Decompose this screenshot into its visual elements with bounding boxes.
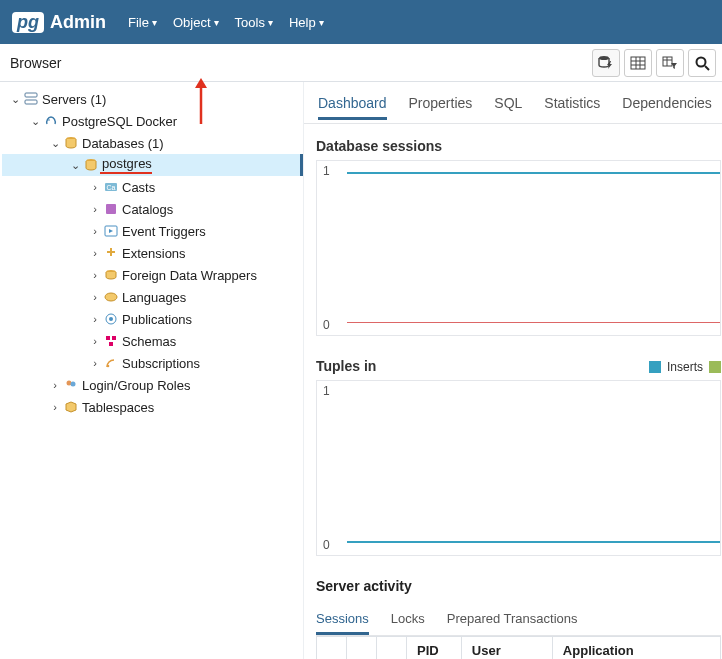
tree-label: Servers (1): [40, 92, 106, 107]
pgadmin-logo: pgAdmin: [12, 12, 106, 33]
menu-object[interactable]: Object▾: [167, 11, 225, 34]
tree-label: Foreign Data Wrappers: [120, 268, 257, 283]
chevron-down-icon: ▾: [268, 17, 273, 28]
chart-title-sessions: Database sessions: [316, 138, 722, 154]
tree-label: Login/Group Roles: [80, 378, 190, 393]
menu-label: Object: [173, 15, 211, 30]
svg-line-10: [705, 66, 709, 70]
collapse-icon: ›: [88, 357, 102, 369]
svg-text:Ca: Ca: [107, 184, 116, 191]
browser-title: Browser: [0, 55, 71, 71]
search-icon: [694, 55, 710, 71]
database-icon: [82, 158, 100, 172]
logo-prefix: pg: [12, 12, 44, 33]
tree-server-node[interactable]: ⌄ PostgreSQL Docker: [2, 110, 303, 132]
col-cancel: [347, 637, 377, 660]
tree-subscriptions[interactable]: ›Subscriptions: [2, 352, 303, 374]
legend-swatch: [709, 361, 721, 373]
svg-point-31: [71, 382, 76, 387]
schemas-icon: [102, 334, 120, 348]
svg-point-23: [105, 293, 117, 301]
filter-rows-button[interactable]: [656, 49, 684, 77]
tree-languages[interactable]: ›Languages: [2, 286, 303, 308]
tree-publications[interactable]: ›Publications: [2, 308, 303, 330]
svg-rect-14: [25, 100, 37, 104]
tree-databases[interactable]: ⌄ Databases (1): [2, 132, 303, 154]
tree-label: Catalogs: [120, 202, 173, 217]
database-icon: [62, 136, 80, 150]
svg-rect-13: [25, 93, 37, 97]
tab-sql[interactable]: SQL: [494, 86, 522, 120]
collapse-icon: ›: [88, 203, 102, 215]
col-application[interactable]: Application: [552, 637, 720, 660]
subscriptions-icon: [102, 356, 120, 370]
tree-extensions[interactable]: ›Extensions: [2, 242, 303, 264]
tab-properties[interactable]: Properties: [409, 86, 473, 120]
svg-rect-1: [631, 57, 645, 69]
server-activity-tabs: Sessions Locks Prepared Transactions: [316, 602, 721, 636]
browser-toolbar: Browser: [0, 44, 722, 82]
tree-event-triggers[interactable]: ›Event Triggers: [2, 220, 303, 242]
tab-sessions[interactable]: Sessions: [316, 602, 369, 635]
svg-point-25: [109, 317, 113, 321]
collapse-icon: ›: [88, 225, 102, 237]
content-area: Dashboard Properties SQL Statistics Depe…: [304, 82, 722, 659]
collapse-icon: ›: [88, 335, 102, 347]
servers-icon: [22, 92, 40, 106]
expand-icon: ⌄: [28, 115, 42, 128]
svg-rect-27: [112, 336, 116, 340]
fdw-icon: [102, 268, 120, 282]
tree-servers[interactable]: ⌄ Servers (1): [2, 88, 303, 110]
tab-dependencies[interactable]: Dependencies: [622, 86, 712, 120]
chart-tuples: 1 0: [316, 380, 721, 556]
collapse-icon: ›: [88, 269, 102, 281]
view-data-button[interactable]: [624, 49, 652, 77]
tab-statistics[interactable]: Statistics: [544, 86, 600, 120]
expand-icon: ⌄: [8, 93, 22, 106]
menu-file[interactable]: File▾: [122, 11, 163, 34]
chevron-down-icon: ▾: [319, 17, 324, 28]
menu-help[interactable]: Help▾: [283, 11, 330, 34]
col-user[interactable]: User: [461, 637, 552, 660]
elephant-icon: [42, 114, 60, 128]
collapse-icon: ›: [88, 291, 102, 303]
roles-icon: [62, 378, 80, 392]
main-menu: File▾ Object▾ Tools▾ Help▾: [122, 11, 330, 34]
tree-label: Event Triggers: [120, 224, 206, 239]
tab-prepared-transactions[interactable]: Prepared Transactions: [447, 602, 578, 635]
svg-rect-26: [106, 336, 110, 340]
logo-suffix: Admin: [50, 12, 106, 33]
tab-dashboard[interactable]: Dashboard: [318, 86, 387, 120]
content-tabs: Dashboard Properties SQL Statistics Depe…: [304, 82, 722, 124]
query-tool-button[interactable]: [592, 49, 620, 77]
filter-icon: [662, 55, 678, 71]
collapse-icon: ›: [88, 181, 102, 193]
menu-label: Tools: [235, 15, 265, 30]
browser-tree: ⌄ Servers (1) ⌄ PostgreSQL Docker: [0, 82, 304, 659]
publications-icon: [102, 312, 120, 326]
tree-database-postgres[interactable]: ⌄ postgres: [2, 154, 303, 176]
grid-icon: [630, 55, 646, 71]
tree-schemas[interactable]: ›Schemas: [2, 330, 303, 352]
y-tick: 1: [323, 164, 330, 178]
col-expand: [377, 637, 407, 660]
y-tick: 1: [323, 384, 330, 398]
tree-login-roles[interactable]: ›Login/Group Roles: [2, 374, 303, 396]
svg-point-9: [697, 57, 706, 66]
legend-swatch: [649, 361, 661, 373]
collapse-icon: ›: [48, 401, 62, 413]
languages-icon: [102, 290, 120, 304]
tab-locks[interactable]: Locks: [391, 602, 425, 635]
tree-foreign-data-wrappers[interactable]: ›Foreign Data Wrappers: [2, 264, 303, 286]
menu-tools[interactable]: Tools▾: [229, 11, 279, 34]
topbar: pgAdmin File▾ Object▾ Tools▾ Help▾: [0, 0, 722, 44]
svg-rect-28: [109, 342, 113, 346]
menu-label: File: [128, 15, 149, 30]
tree-catalogs[interactable]: ›Catalogs: [2, 198, 303, 220]
chevron-down-icon: ▾: [214, 17, 219, 28]
col-pid[interactable]: PID: [407, 637, 462, 660]
search-objects-button[interactable]: [688, 49, 716, 77]
tree-tablespaces[interactable]: ›Tablespaces: [2, 396, 303, 418]
tree-casts[interactable]: ›CaCasts: [2, 176, 303, 198]
expand-icon: ⌄: [48, 137, 62, 150]
